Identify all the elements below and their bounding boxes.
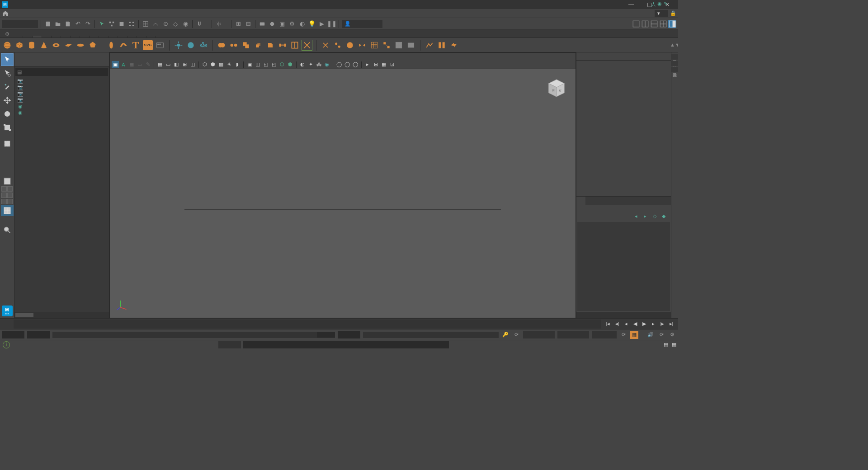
render-seq-icon[interactable]: ▣ bbox=[278, 20, 286, 28]
bevel-icon[interactable] bbox=[265, 40, 276, 51]
help-icon[interactable]: 人 bbox=[651, 1, 656, 6]
panel-toggle-icon[interactable] bbox=[668, 20, 676, 28]
vp-expose2-icon[interactable]: ◯ bbox=[344, 61, 351, 68]
step-back-key-icon[interactable]: ◂| bbox=[613, 320, 621, 328]
poly-superellipse-icon[interactable] bbox=[106, 40, 117, 51]
history-icon[interactable]: ⊞ bbox=[234, 20, 242, 28]
shelf-tab-sculpt[interactable] bbox=[42, 36, 52, 38]
tab-edit[interactable] bbox=[600, 52, 623, 60]
quaddraw-icon[interactable] bbox=[393, 40, 404, 51]
time-slider[interactable]: |◂ ◂| ◂ ◀ ▶ ▸ |▸ ▸| bbox=[0, 318, 678, 329]
step-fwd-key-icon[interactable]: |▸ bbox=[658, 320, 666, 328]
reduce-icon[interactable] bbox=[381, 40, 392, 51]
last-tool[interactable] bbox=[1, 139, 14, 148]
magnet-icon[interactable] bbox=[195, 20, 203, 28]
new-scene-icon[interactable] bbox=[44, 20, 52, 28]
range-track2[interactable] bbox=[363, 332, 499, 338]
menu-create[interactable] bbox=[26, 13, 33, 14]
ipr-icon[interactable] bbox=[268, 20, 276, 28]
render-settings-icon[interactable]: ⚙ bbox=[288, 20, 296, 28]
move-tool[interactable] bbox=[1, 94, 14, 107]
vp-bookmark-icon[interactable]: A bbox=[120, 61, 127, 68]
menu-generate[interactable] bbox=[132, 13, 139, 14]
menu-modify[interactable] bbox=[42, 13, 50, 14]
play-back-icon[interactable]: ◀ bbox=[631, 320, 639, 328]
shelf-tab-custom[interactable] bbox=[108, 36, 118, 38]
rotate-tool[interactable] bbox=[1, 108, 14, 120]
minimize-button[interactable]: — bbox=[622, 0, 640, 9]
center-pivot-icon[interactable] bbox=[185, 40, 196, 51]
fps-dropdown[interactable] bbox=[592, 331, 617, 338]
vp-multi-sample-icon[interactable]: ⁂ bbox=[315, 61, 322, 68]
single-pane-icon[interactable] bbox=[1, 177, 14, 185]
go-end-icon[interactable]: ▸| bbox=[667, 320, 675, 328]
make-live-icon[interactable] bbox=[406, 40, 416, 51]
script-output-icon[interactable]: ▦ bbox=[670, 341, 678, 349]
combine-icon[interactable] bbox=[216, 40, 227, 51]
shelf-tab-curves[interactable] bbox=[14, 36, 23, 38]
step-back-icon[interactable]: ◂ bbox=[622, 320, 630, 328]
menu-deform[interactable] bbox=[116, 13, 123, 14]
light-editor-icon[interactable]: 💡 bbox=[308, 20, 316, 28]
vp-ao-icon[interactable]: ◐ bbox=[299, 61, 306, 68]
vp-gate-mask-icon[interactable]: ◧ bbox=[173, 61, 180, 68]
anim-layer-dropdown[interactable] bbox=[557, 331, 589, 338]
poly-svg-icon[interactable]: SVG bbox=[142, 40, 153, 51]
panel-layout4-icon[interactable] bbox=[659, 20, 667, 28]
menuset-selector[interactable] bbox=[2, 20, 38, 28]
vp-arnold2-icon[interactable]: ⊟ bbox=[372, 61, 379, 68]
shelf-tab-mash[interactable] bbox=[127, 36, 137, 38]
vp-arnold1-icon[interactable]: ▸ bbox=[364, 61, 371, 68]
snap-curve-icon[interactable] bbox=[151, 20, 160, 28]
viewcube[interactable]: 前右 bbox=[545, 76, 568, 100]
vp-motion-blur-icon[interactable]: ✦ bbox=[307, 61, 314, 68]
character-set-dropdown[interactable] bbox=[523, 331, 555, 338]
poly-cone-icon[interactable] bbox=[38, 40, 49, 51]
vp-2d-pan-icon[interactable]: ▭ bbox=[136, 61, 143, 68]
vp-expose-icon[interactable]: ◰ bbox=[270, 61, 278, 68]
menu-display[interactable] bbox=[51, 13, 58, 14]
menu-help[interactable] bbox=[156, 13, 164, 14]
shelf-tab-render[interactable] bbox=[80, 36, 90, 38]
vp-grease-icon[interactable]: ✎ bbox=[144, 61, 151, 68]
vp-wireframe-icon[interactable]: ⬡ bbox=[201, 61, 208, 68]
vp-xray-joint-icon[interactable]: ◱ bbox=[262, 61, 269, 68]
info-icon[interactable]: i bbox=[3, 341, 10, 348]
vp-image-plane-icon[interactable]: ▦ bbox=[128, 61, 135, 68]
undo-icon[interactable]: ↶ bbox=[74, 20, 82, 28]
layer-scrollbar[interactable] bbox=[576, 312, 671, 318]
search-icon[interactable] bbox=[1, 225, 14, 235]
menu-edit[interactable] bbox=[18, 13, 25, 14]
menu-editmesh[interactable] bbox=[75, 13, 82, 14]
layout-preset2[interactable] bbox=[1, 193, 13, 198]
panel-layout1-icon[interactable] bbox=[632, 20, 640, 28]
mirror-icon[interactable] bbox=[357, 40, 368, 51]
poly-sweep-icon[interactable] bbox=[118, 40, 129, 51]
layer-tab-display[interactable] bbox=[576, 197, 585, 205]
outliner-scrollbar[interactable] bbox=[14, 312, 109, 318]
dock-tab-modeling[interactable]: 建模工具包 bbox=[671, 54, 678, 60]
range-playback-end[interactable] bbox=[338, 331, 360, 338]
poke-icon[interactable] bbox=[448, 40, 459, 51]
layer-new-icon[interactable]: ◆ bbox=[662, 213, 668, 220]
menu-cache[interactable] bbox=[140, 13, 147, 14]
dock-tab-attr[interactable]: 属性编辑器 bbox=[671, 61, 678, 66]
vp-cube-icon[interactable]: ⬡ bbox=[278, 61, 286, 68]
range-start[interactable] bbox=[2, 331, 24, 338]
tab-show[interactable] bbox=[647, 52, 671, 60]
script-editor-icon[interactable]: ▤ bbox=[662, 341, 670, 349]
layout-preset3[interactable] bbox=[1, 199, 13, 204]
shelf-tab-rigging[interactable] bbox=[61, 36, 71, 38]
separate-icon[interactable] bbox=[228, 40, 239, 51]
vp-expose1-icon[interactable]: ◯ bbox=[335, 61, 343, 68]
poly-plane-icon[interactable] bbox=[63, 40, 74, 51]
multicut-icon[interactable] bbox=[302, 40, 312, 51]
maya-home-icon[interactable]: MAYA bbox=[2, 306, 13, 316]
range-playback-start[interactable] bbox=[27, 331, 50, 338]
vp-light-icon[interactable]: ☀ bbox=[226, 61, 233, 68]
select-mode-icon[interactable] bbox=[98, 20, 106, 28]
menu-arnold[interactable] bbox=[148, 13, 156, 14]
step-fwd-icon[interactable]: ▸ bbox=[649, 320, 657, 328]
play-fwd-icon[interactable]: ▶ bbox=[640, 320, 648, 328]
tab-channels[interactable] bbox=[576, 52, 600, 60]
